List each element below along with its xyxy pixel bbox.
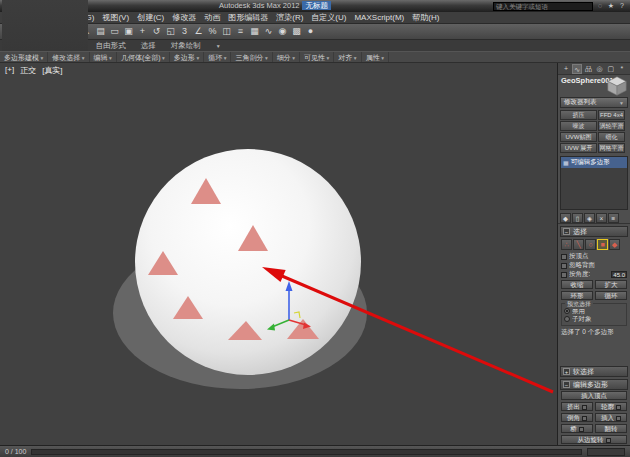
ignore-backfacing-checkbox[interactable] [561,263,567,269]
render-setup-icon[interactable]: ▩ [290,25,303,38]
rollout-selection[interactable]: − 选择 [560,226,628,237]
bevel-settings-icon[interactable] [582,416,587,421]
edge-icon[interactable]: ╲ [573,239,584,250]
menu-item[interactable]: 自定义(U) [307,12,350,24]
ribbon-panel-button[interactable]: 三角剖分 [231,52,272,63]
search-input[interactable]: 键入关键字或短语 [493,2,593,11]
ribbon-panel-button[interactable]: 多边形 [170,52,204,63]
select-by-name-icon[interactable]: ▤ [94,25,107,38]
ribbon-panel-button[interactable]: 编辑 [90,52,117,63]
preview-disable-radio[interactable] [564,308,570,314]
ribbon-panel-button[interactable]: 属性 [362,52,389,63]
bridge-button[interactable]: 桥 [561,424,593,433]
modifier-button[interactable]: 噪波 [560,121,597,131]
ribbon-panel-button[interactable]: 多边形建模 [0,52,48,63]
curve-editor-icon[interactable]: ∿ [262,25,275,38]
search-icon[interactable]: ◌ [595,1,605,11]
hinge-settings-icon[interactable] [606,438,611,443]
ribbon-tab[interactable]: 对象绘制 [164,40,208,51]
mirror-icon[interactable]: ◫ [220,25,233,38]
angle-value-field[interactable]: 45.0 [611,271,627,278]
modifier-button[interactable]: 网格平滑 [598,143,625,153]
percent-snap-icon[interactable]: % [206,25,219,38]
render-icon[interactable]: ● [304,25,317,38]
polygon-icon[interactable]: ■ [597,239,608,250]
display-tab-icon[interactable]: ▢ [606,64,616,74]
modifier-button[interactable]: 挤压 [560,110,597,120]
modifier-stack[interactable]: ▦ 可编辑多边形 [560,156,628,210]
rect-region-icon[interactable]: ▭ [108,25,121,38]
insert-vertex-button[interactable]: 插入顶点 [561,391,627,400]
ribbon-panel-button[interactable]: 修改选择 [48,52,89,63]
border-icon[interactable]: ○ [585,239,596,250]
utilities-tab-icon[interactable]: * [617,64,627,74]
tab-graphite-modeling-tools[interactable]: Graphite 建模工具 [2,0,88,51]
loop-button[interactable]: 循环 [595,291,627,300]
outline-button[interactable]: 轮廓 [595,402,627,411]
star-icon[interactable]: ★ [606,1,616,11]
by-vertex-checkbox[interactable] [561,254,567,260]
menu-item[interactable]: 图形编辑器 [224,12,272,24]
flip-button[interactable]: 翻转 [595,424,627,433]
menu-item[interactable]: 创建(C) [133,12,168,24]
modifier-button[interactable]: UVW贴图 [560,132,597,142]
modifier-button[interactable]: 细化 [598,132,625,142]
modify-tab-icon[interactable]: ∿ [572,64,582,74]
show-end-result-icon[interactable]: ▯ [572,213,583,223]
ribbon-tab[interactable]: 选择 [134,40,163,51]
viewport-shading-label[interactable]: [真实] [42,65,62,76]
ring-button[interactable]: 环形 [561,291,593,300]
menu-item[interactable]: 修改器 [168,12,200,24]
menu-item[interactable]: 动画 [200,12,224,24]
menu-item[interactable]: 渲染(R) [272,12,307,24]
ribbon-panel-button[interactable]: 循环 [204,52,231,63]
viewport-menu-icon[interactable]: [+] [5,65,14,76]
hierarchy-tab-icon[interactable]: 品 [583,64,593,74]
rollout-soft-selection[interactable]: + 软选择 [560,366,628,377]
viewport-view-label[interactable]: 正交 [20,65,36,76]
rollout-edit-polygons[interactable]: − 编辑多边形 [560,379,628,390]
inset-settings-icon[interactable] [616,416,621,421]
element-icon[interactable]: ◆ [609,239,620,250]
stack-item-editable-poly[interactable]: ▦ 可编辑多边形 [561,157,627,168]
scale-icon[interactable]: ◱ [164,25,177,38]
menu-item[interactable]: 帮助(H) [408,12,443,24]
modifier-list-dropdown[interactable]: 修改器列表 [560,97,628,108]
menu-item[interactable]: MAXScript(M) [350,12,408,24]
ribbon-minimize-icon[interactable] [209,40,223,51]
hinge-from-edge-button[interactable]: 从边旋转 [561,435,627,444]
ribbon-panel-button[interactable]: 几何体(全部) [117,52,170,63]
menu-item[interactable]: 视图(V) [98,12,133,24]
preview-subobject-radio[interactable] [564,316,570,322]
bridge-settings-icon[interactable] [579,427,584,432]
ribbon-panel-button[interactable]: 对齐 [334,52,361,63]
material-editor-icon[interactable]: ◉ [276,25,289,38]
ribbon-panel-button[interactable]: 细分 [273,52,300,63]
snap-toggle-icon[interactable]: 3 [178,25,191,38]
angle-snap-icon[interactable]: ∠ [192,25,205,38]
help-icon[interactable]: ? [617,1,627,11]
window-crossing-icon[interactable]: ▣ [122,25,135,38]
modifier-button[interactable]: UVW 展开 [560,143,597,153]
align-icon[interactable]: ≡ [234,25,247,38]
move-icon[interactable]: + [136,25,149,38]
by-angle-checkbox[interactable] [561,272,567,278]
extrude-settings-icon[interactable] [582,405,587,410]
track-bar[interactable] [31,449,582,455]
viewport[interactable]: [+] 正交 [真实] [0,63,558,445]
outline-settings-icon[interactable] [616,405,621,410]
layer-manager-icon[interactable]: ▦ [248,25,261,38]
configure-sets-icon[interactable]: ≡ [608,213,619,223]
grow-button[interactable]: 扩大 [595,280,627,289]
pin-stack-icon[interactable]: ◆ [560,213,571,223]
extrude-button[interactable]: 挤出 [561,402,593,411]
create-tab-icon[interactable]: + [561,64,571,74]
rotate-icon[interactable]: ↺ [150,25,163,38]
ribbon-panel-button[interactable]: 可见性 [300,52,334,63]
shrink-button[interactable]: 收缩 [561,280,593,289]
motion-tab-icon[interactable]: ◎ [595,64,605,74]
vertex-icon[interactable]: ∴ [561,239,572,250]
remove-modifier-icon[interactable]: × [596,213,607,223]
make-unique-icon[interactable]: ◈ [584,213,595,223]
modifier-button[interactable]: 涡轮平滑 [598,121,625,131]
